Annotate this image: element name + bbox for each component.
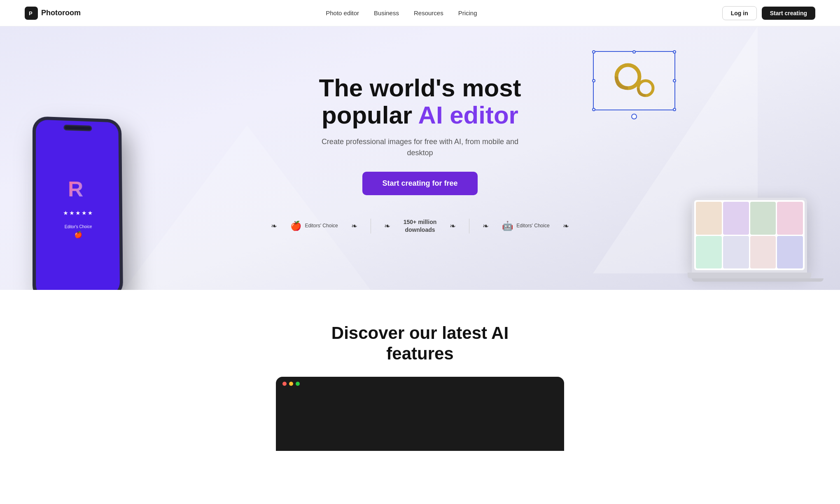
thumb-3	[750, 202, 776, 235]
handle-tr	[673, 50, 676, 54]
app-logo-r: R	[66, 177, 91, 201]
hero-section: R ★★★★★ Editor's Choice 🍎	[0, 26, 840, 290]
badges-row: ❧ 🍎 Editors' Choice ❧ ❧ 150+ milliondown…	[271, 218, 569, 233]
badge-apple-text: Editors' Choice	[305, 223, 338, 229]
thumb-4	[777, 202, 803, 235]
logo-text: Photoroom	[41, 9, 81, 17]
nav-pricing[interactable]: Pricing	[458, 9, 477, 16]
preview-dots	[276, 377, 564, 391]
badge-apple: 🍎 Editors' Choice	[290, 221, 338, 231]
svg-text:P: P	[29, 10, 33, 16]
start-creating-nav-button[interactable]: Start creating	[762, 7, 815, 20]
apple-icon: 🍎	[290, 221, 301, 231]
login-button[interactable]: Log in	[722, 6, 757, 20]
start-creating-cta-button[interactable]: Start creating for free	[362, 172, 477, 195]
thumb-2	[723, 202, 749, 235]
handle-bl	[592, 108, 595, 111]
laurel-left-1: ❧	[271, 222, 277, 231]
earrings-image	[609, 60, 659, 101]
thumb-7	[750, 236, 776, 269]
laptop-bottom	[692, 278, 824, 282]
laptop-screen	[694, 200, 805, 270]
handle-tc	[632, 50, 636, 54]
phone-stars: ★★★★★	[63, 210, 93, 216]
nav-actions: Log in Start creating	[722, 6, 815, 20]
earrings-mockup	[593, 51, 675, 110]
logo-icon: P	[25, 7, 38, 20]
phone-screen: R ★★★★★ Editor's Choice 🍎	[36, 119, 120, 290]
nav-resources[interactable]: Resources	[414, 9, 443, 16]
dot-red	[282, 382, 287, 386]
handle-br	[673, 108, 676, 111]
thumb-8	[777, 236, 803, 269]
phone-body: R ★★★★★ Editor's Choice 🍎	[33, 116, 123, 290]
phone-notch	[63, 125, 92, 131]
handle-tl	[592, 50, 595, 54]
selection-box	[593, 51, 675, 110]
rotate-handle	[631, 114, 637, 119]
thumb-5	[696, 236, 722, 269]
handle-ml	[592, 79, 595, 82]
thumb-6	[723, 236, 749, 269]
section2-title: Discover our latest AI features	[317, 323, 523, 364]
nav-links: Photo editor Business Resources Pricing	[326, 9, 477, 16]
badge-downloads: 150+ milliondownloads	[404, 218, 437, 233]
laurel-right-3: ❧	[563, 222, 569, 231]
phone-mockup: R ★★★★★ Editor's Choice 🍎	[33, 117, 132, 290]
dark-preview	[276, 377, 564, 451]
dot-yellow	[289, 382, 293, 386]
android-icon: 🤖	[502, 221, 513, 231]
ai-features-section: Discover our latest AI features	[0, 290, 840, 459]
badge-separator-1	[371, 219, 371, 233]
thumb-1	[696, 202, 722, 235]
hero-subtitle: Create professional images for free with…	[321, 136, 519, 159]
laptop-mockup	[692, 198, 824, 282]
dot-green	[296, 382, 300, 386]
phone-badge: Editor's Choice 🍎	[65, 224, 92, 239]
handle-mr	[673, 79, 676, 82]
badge-downloads-text: 150+ milliondownloads	[404, 218, 437, 233]
nav-photo-editor[interactable]: Photo editor	[326, 9, 359, 16]
hero-title-highlight: AI editor	[418, 101, 518, 129]
hero-title: The world's most popular AI editor	[292, 75, 548, 129]
nav-business[interactable]: Business	[374, 9, 399, 16]
svg-text:R: R	[68, 177, 83, 201]
laurel-right-2: ❧	[450, 222, 456, 231]
badge-separator-2	[469, 219, 469, 233]
navigation: P Photoroom Photo editor Business Resour…	[0, 0, 840, 26]
laurel-left-3: ❧	[483, 222, 489, 231]
badge-android: 🤖 Editors' Choice	[502, 221, 549, 231]
logo[interactable]: P Photoroom	[25, 7, 81, 20]
laptop-screen-wrap	[692, 198, 807, 273]
laurel-left-2: ❧	[384, 222, 390, 231]
laurel-right-1: ❧	[351, 222, 357, 231]
laptop-base	[688, 273, 811, 278]
badge-android-text: Editors' Choice	[516, 223, 549, 229]
